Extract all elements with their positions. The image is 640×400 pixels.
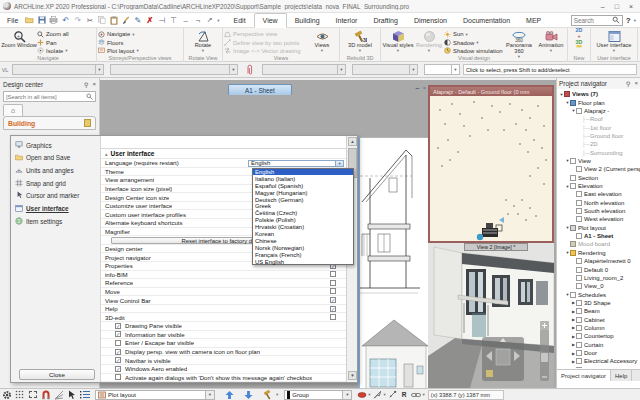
tree-item-west-elevation[interactable]: West elevation (557, 215, 640, 223)
search-input[interactable] (572, 17, 612, 24)
chevron-down-icon[interactable]: ▾ (276, 392, 278, 397)
file-menu[interactable]: File (0, 16, 25, 25)
tree-item-section[interactable]: Section (557, 174, 640, 182)
ribbon-button-rotate[interactable]: Rotate▾ (185, 29, 221, 54)
navigator-tab-project-navigator[interactable]: Project navigator (557, 370, 611, 381)
copy-icon[interactable] (97, 15, 106, 25)
ribbon-item-image-vector-drawing[interactable]: Image <-> Vector drawing (224, 47, 306, 55)
tab-dimension[interactable]: Dimension (406, 13, 455, 28)
list-options-icon[interactable] (78, 389, 91, 400)
navigator-tab-help[interactable]: Help (611, 370, 632, 381)
3d-edit-checkbox[interactable] (330, 314, 336, 320)
tab-drafting[interactable]: Drafting (365, 13, 406, 28)
tree-item-3d-shape[interactable]: ▶3D Shape (557, 299, 640, 307)
tree-item-countertop[interactable]: ▶Countertop (557, 332, 640, 340)
sheet-tab[interactable]: A1 - Sheet (228, 84, 292, 95)
ribbon-button-new-2d3d-icon[interactable]: 2D+3D (569, 29, 589, 43)
tree-item-door[interactable]: ▶Door (557, 349, 640, 357)
cursor-select-icon[interactable] (65, 389, 78, 400)
language-option[interactable]: Italiano (Italian) (253, 175, 353, 182)
tab-interior[interactable]: Interior (328, 13, 366, 28)
redo-icon[interactable]: ↷ (73, 15, 82, 25)
endpoint-dash-icon[interactable]: – (181, 15, 190, 25)
selection-marquee-icon[interactable] (26, 389, 39, 400)
catalog-icon[interactable] (84, 119, 91, 127)
tree-item-plot-layout[interactable]: ▼Plot layout (557, 224, 640, 232)
tree-item-roof[interactable]: ├─Roof (557, 115, 640, 123)
endpoint-cap-icon[interactable]: ⊣ (157, 15, 166, 25)
settings-gear-icon[interactable] (0, 389, 13, 400)
pin-icon[interactable]: ⚲ (84, 81, 88, 88)
tree-item-1st-floor[interactable]: ├─1st floor (557, 123, 640, 131)
close-button[interactable]: × (629, 3, 633, 10)
language-option[interactable]: Greek (253, 203, 353, 210)
red-ellipse-icon[interactable] (355, 389, 368, 400)
undo-icon[interactable]: ↶ (61, 15, 70, 25)
ribbon-item-perspective-view[interactable]: Perspective view (224, 30, 306, 38)
tree-item-east-elevation[interactable]: East elevation (557, 190, 640, 198)
ribbon-button-user-interface[interactable]: User interface▾ (592, 29, 636, 54)
rays-icon[interactable] (52, 389, 65, 400)
dialog-category-open-and-save[interactable]: Open and Save (13, 152, 99, 164)
tree-item-north-elevation[interactable]: North elevation (557, 199, 640, 207)
ribbon-item-isolate[interactable]: Isolate▾ (37, 47, 95, 55)
property-combo-5[interactable]: ▾ (424, 64, 460, 75)
info-bim-checkbox[interactable] (330, 271, 336, 277)
trim-arrow-icon[interactable]: ↗ (205, 15, 214, 25)
measure-arrow-icon[interactable] (386, 389, 399, 400)
ribbon-item-shadow[interactable]: Shadow▾ (444, 38, 502, 46)
chevron-down-icon[interactable]: ▾ (95, 65, 103, 74)
tree-item-rendering[interactable]: ▼Rendering (557, 249, 640, 257)
view2-tab[interactable]: View 2 [Image] * (464, 243, 528, 251)
tree-item-electrical-accessory[interactable]: ▶Electrical Accessory (557, 357, 640, 365)
tree-item-2d[interactable]: ├─2D (557, 140, 640, 148)
chevron-down-icon[interactable]: ▾ (409, 65, 417, 74)
language-option[interactable]: Čeština (Czech) (253, 210, 353, 217)
ribbon-button-rendering[interactable]: Rendering▾ (414, 29, 444, 54)
building-tab[interactable]: Building (3, 116, 96, 130)
tab-building[interactable]: Building (287, 13, 328, 28)
tree-item-grid-ceiling[interactable]: ▶Grid ceiling (557, 366, 640, 368)
dialog-category-graphics[interactable]: Graphics (13, 139, 99, 151)
ribbon-button-animation[interactable]: Animation▾ (536, 29, 566, 54)
grid-dots-icon[interactable] (13, 389, 26, 400)
print-icon[interactable] (49, 15, 58, 25)
ribbon-button-views[interactable]: Views▾ (306, 29, 338, 54)
navigation-arrow-icon[interactable] (371, 389, 384, 400)
tree-item-schedules[interactable]: ▼Schedules (557, 290, 640, 298)
tree-item-default-0[interactable]: Default 0 (557, 265, 640, 273)
ribbon-item-zoom-all[interactable]: Zoom all (37, 30, 95, 38)
pin-icon[interactable]: ⚲ (626, 80, 630, 87)
dialog-close-button[interactable]: Close (19, 369, 95, 380)
chevron-down-icon[interactable]: ▾ (205, 391, 214, 399)
language-option[interactable]: Magyar (Hungarian) (253, 189, 353, 196)
tree-item-surrounding[interactable]: ├─Surrounding (557, 148, 640, 156)
tree-item-floor-plan[interactable]: ▼Floor plan (557, 98, 640, 106)
chevron-down-icon[interactable]: ▾ (335, 161, 343, 166)
chevron-down-icon[interactable]: ▾ (342, 391, 351, 399)
ribbon-item-navigate[interactable]: Navigate▾ (98, 30, 182, 38)
group-selector[interactable]: Group ▾ (284, 390, 352, 400)
chevron-down-icon[interactable]: ▾ (423, 392, 425, 397)
dialog-category-snap-and-grid[interactable]: Snap and grid (13, 177, 99, 189)
open-folder-icon[interactable] (25, 15, 34, 25)
search-box[interactable] (571, 15, 623, 26)
tree-item-beam[interactable]: ▶Beam (557, 307, 640, 315)
scroll-up-icon[interactable]: ▲ (348, 137, 357, 146)
tree-item-elevation[interactable]: ▼Elevation (557, 182, 640, 190)
tree-item-ground-floor[interactable]: ├─Ground floor (557, 132, 640, 140)
ribbon-button-zoom-window[interactable]: +Zoom Window (1, 29, 37, 49)
cut-icon[interactable]: ✂ (85, 15, 94, 25)
tree-item-curtain[interactable]: ▶Curtain (557, 341, 640, 349)
chevron-down-icon[interactable]: ▾ (217, 18, 219, 23)
tab-view[interactable]: View (254, 13, 287, 28)
tree-item-column[interactable]: ▶Column (557, 324, 640, 332)
move-checkbox[interactable] (330, 288, 336, 294)
endpoint-tee-icon[interactable]: ⊤ (169, 15, 178, 25)
floorplan-window[interactable]: Alaprajz - Default - Ground floor (0 mm (428, 85, 554, 243)
floorplan-window-title[interactable]: Alaprajz - Default - Ground floor (0 mm (430, 87, 552, 96)
ribbon-item-define-view-by-two-points[interactable]: Define view by two points (224, 38, 306, 46)
language-option[interactable]: Korean (253, 231, 353, 238)
collapse-icon[interactable]: ▴ (105, 151, 108, 157)
tree-item-view-0[interactable]: View_0 (557, 282, 640, 290)
